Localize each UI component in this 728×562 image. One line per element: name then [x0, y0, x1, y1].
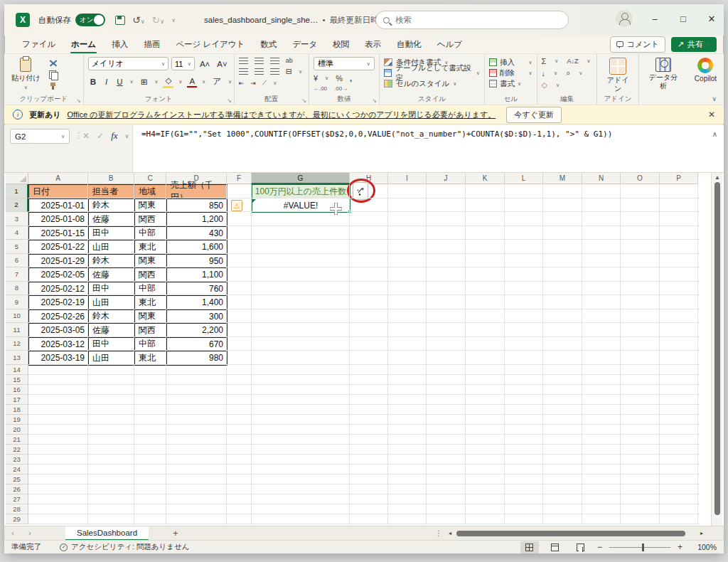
fx-chevron-icon[interactable]: ∨ [125, 133, 129, 139]
row-header-2[interactable]: 2 [6, 198, 28, 213]
prev-sheet-icon[interactable]: ‹ [4, 529, 21, 537]
search-input[interactable]: 検索 [375, 11, 569, 29]
row-header-9[interactable]: 9 [6, 295, 28, 309]
collapse-formula-bar-icon[interactable]: ∧ [712, 130, 717, 138]
column-header-f[interactable]: F [227, 173, 252, 184]
row-header-3[interactable]: 3 [6, 212, 28, 226]
row-header-14[interactable]: 14 [6, 365, 28, 375]
scroll-right-icon[interactable]: ▸ [700, 530, 703, 536]
merge-center-icon[interactable]: ⊟ [286, 67, 292, 76]
row-header-25[interactable]: 25 [6, 474, 28, 484]
column-header-i[interactable]: I [388, 173, 427, 184]
comments-button[interactable]: コメント [610, 36, 665, 53]
notification-close-icon[interactable]: ✕ [708, 110, 715, 120]
ribbon-tab-7[interactable]: データ [284, 36, 325, 53]
vertical-scroll-thumb[interactable] [714, 182, 720, 515]
zoom-out-button[interactable]: − [597, 542, 602, 552]
row-header-24[interactable]: 24 [6, 465, 28, 474]
grow-font-button[interactable]: A˄ [198, 59, 212, 69]
row-header-27[interactable]: 27 [6, 494, 28, 504]
row-header-28[interactable]: 28 [6, 504, 28, 514]
column-header-k[interactable]: K [466, 173, 505, 184]
row-header-23[interactable]: 23 [6, 455, 28, 465]
row-header-8[interactable]: 8 [6, 282, 28, 296]
tabbar-resize-handle[interactable]: ⋮ [435, 529, 442, 537]
addins-button[interactable]: アドイン [601, 57, 634, 93]
row-header-26[interactable]: 26 [6, 484, 28, 494]
share-button[interactable]: ↗共有∨ [671, 37, 717, 52]
document-title[interactable]: sales_dashboard_single_she… [204, 16, 318, 24]
clipboard-dialog-launcher-icon[interactable]: ↘ [76, 97, 81, 104]
percent-format-icon[interactable]: % [336, 74, 343, 83]
ribbon-tab-6[interactable]: 数式 [252, 36, 284, 53]
wrap-text-icon[interactable]: ab [286, 57, 293, 64]
sheet-cells[interactable]: 日付担当者地域売上額（千円）2025-01-01鈴木関東8502025-01-0… [28, 184, 705, 526]
column-header-m[interactable]: M [543, 173, 582, 184]
name-box[interactable]: G2∨ [10, 129, 70, 144]
align-left-icon[interactable] [239, 68, 248, 75]
ribbon-tab-11[interactable]: ヘルプ [429, 36, 470, 53]
bold-button[interactable]: B [88, 77, 98, 87]
ribbon-tab-8[interactable]: 校閲 [325, 36, 357, 53]
number-dialog-launcher-icon[interactable]: ↘ [372, 97, 377, 104]
column-header-c[interactable]: C [134, 173, 166, 184]
paste-button[interactable]: 貼り付け∨ [9, 57, 43, 91]
scroll-up-icon[interactable]: ▲ [714, 174, 720, 181]
copy-icon[interactable] [48, 70, 58, 79]
row-header-5[interactable]: 5 [6, 240, 28, 254]
column-header-o[interactable]: O [621, 173, 660, 184]
next-sheet-icon[interactable]: › [21, 529, 38, 537]
ribbon-tab-3[interactable]: 挿入 [104, 36, 136, 53]
row-header-15[interactable]: 15 [6, 375, 28, 385]
font-color-button[interactable]: A [187, 76, 197, 88]
add-sheet-button[interactable]: + [173, 528, 178, 539]
increase-decimal-icon[interactable]: ←.00 [314, 85, 327, 92]
shrink-font-button[interactable]: A˅ [215, 59, 229, 69]
zoom-slider[interactable] [609, 547, 670, 548]
row-header-29[interactable]: 29 [6, 514, 28, 524]
horizontal-scrollbar[interactable] [456, 531, 698, 536]
clear-icon[interactable]: ◇ [542, 80, 547, 90]
phonetic-button[interactable]: ア [210, 75, 223, 88]
underline-button[interactable]: U [114, 77, 124, 87]
alignment-dialog-launcher-icon[interactable]: ↘ [301, 97, 306, 104]
row-header-21[interactable]: 21 [6, 435, 28, 445]
borders-button[interactable]: ⊞ [139, 76, 150, 88]
row-header-11[interactable]: 11 [6, 323, 28, 337]
undo-icon[interactable]: ↺∨ [132, 14, 145, 26]
account-avatar[interactable] [616, 10, 633, 27]
font-size-select[interactable]: 11∨ [171, 57, 195, 70]
page-layout-view-button[interactable] [546, 541, 564, 553]
decrease-decimal-icon[interactable]: .00→ [334, 85, 348, 92]
sheet-tab-salesdashboard[interactable]: SalesDashboard [65, 526, 149, 541]
accessibility-status[interactable]: アクセシビリティ: 問題ありません [71, 542, 190, 552]
customize-quick-access-icon[interactable]: ∨ [171, 17, 176, 23]
row-header-18[interactable]: 18 [6, 405, 28, 415]
copilot-button[interactable]: Copilot [692, 57, 719, 83]
orientation-icon[interactable]: ⟋ [262, 79, 267, 87]
font-name-select[interactable]: メイリオ∨ [88, 57, 168, 70]
zoom-in-button[interactable]: + [678, 542, 682, 552]
format-painter-icon[interactable] [48, 82, 58, 90]
increase-indent-icon[interactable]: ⇥ [250, 80, 256, 87]
excel-app-icon[interactable]: X [16, 13, 30, 27]
row-header-1[interactable]: 1 [6, 184, 28, 198]
maximize-button[interactable]: □ [677, 14, 690, 24]
update-message[interactable]: Office の更新プログラムをインストールする準備はできていますが、最初にいく… [68, 110, 496, 120]
select-all-corner[interactable] [6, 173, 28, 184]
close-button[interactable]: ✕ [705, 14, 718, 24]
currency-format-icon[interactable]: ¥ [314, 74, 318, 83]
row-header-6[interactable]: 6 [6, 254, 28, 268]
ribbon-tab-10[interactable]: 自動化 [389, 36, 429, 53]
fill-icon[interactable]: ↓ [542, 69, 546, 78]
ribbon-tab-9[interactable]: 表示 [357, 36, 389, 53]
row-header-12[interactable]: 12 [6, 337, 28, 351]
insert-function-icon[interactable]: fx [111, 130, 117, 142]
horizontal-scroll-thumb[interactable] [456, 531, 685, 536]
cell-styles-button[interactable]: セルのスタイル∨ [384, 78, 480, 89]
save-icon[interactable] [115, 16, 125, 25]
align-bottom-icon[interactable] [270, 58, 279, 64]
ribbon-tab-1[interactable]: ファイル [14, 36, 63, 53]
minimize-button[interactable]: – [648, 14, 661, 24]
vertical-scrollbar[interactable]: ▲ [711, 173, 722, 526]
